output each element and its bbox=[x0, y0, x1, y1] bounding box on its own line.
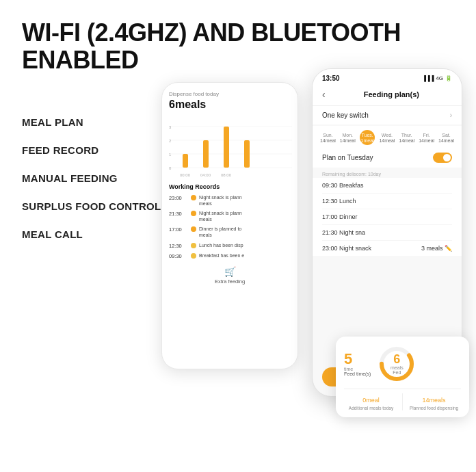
plan-toggle[interactable] bbox=[433, 153, 452, 163]
record-item: 12:30 Lunch has been disp bbox=[169, 242, 291, 249]
day-mon[interactable]: Mon. 14meal bbox=[340, 130, 355, 145]
record-item: 09:30 Breakfast has been e bbox=[169, 252, 291, 259]
feed-times-label: time bbox=[344, 367, 353, 371]
meal-item-night-snack-1[interactable]: 21:30 Night sna bbox=[322, 225, 452, 241]
last-meal-row[interactable]: 23:00 Night snack 3 meals ✏️ bbox=[313, 241, 462, 256]
stat-additional-meals: 0meal Additional meals today bbox=[344, 393, 398, 410]
record-dot bbox=[191, 253, 196, 259]
one-key-label: One key switch bbox=[322, 112, 369, 119]
stats-bottom: 0meal Additional meals today 14meals Pla… bbox=[344, 389, 461, 410]
svg-rect-9 bbox=[203, 140, 209, 168]
donut-chart: 6 meals Fed bbox=[376, 343, 417, 384]
remaining-label: Remaining deliscom: 10day bbox=[313, 169, 462, 178]
svg-text:1: 1 bbox=[169, 153, 172, 157]
days-row: Sun. 14meal Mon. 14meal Tues. 1meal Wed. bbox=[313, 126, 462, 148]
chart-area: 0 1 2 3 00:00 04:00 08:00 bbox=[169, 116, 291, 178]
day-sun[interactable]: Sun. 14meal bbox=[320, 130, 335, 145]
record-item: 17:00 Dinner is planned tomeals bbox=[169, 226, 291, 238]
status-icons: ▐▐▐ 4G 🔋 bbox=[422, 75, 452, 81]
record-dot bbox=[191, 211, 196, 216]
feature-feed-record: FEED RECORD bbox=[22, 144, 161, 156]
one-key-switch-row[interactable]: One key switch › bbox=[313, 106, 462, 124]
phones-container: Dispense food today 6meals 0 1 2 3 bbox=[161, 68, 462, 451]
plan-tuesday-row: Plan on Tuesday bbox=[313, 148, 462, 168]
feed-times-block: 5 time Feed time(s) bbox=[344, 352, 371, 376]
svg-text:0: 0 bbox=[169, 166, 172, 170]
day-wed[interactable]: Wed. 14meal bbox=[380, 130, 395, 145]
dispense-count: 6meals bbox=[169, 99, 291, 111]
svg-rect-10 bbox=[224, 127, 229, 168]
battery-icon: 🔋 bbox=[445, 75, 452, 81]
svg-text:08:00: 08:00 bbox=[221, 173, 232, 177]
extra-feeding: 🛒 Extra feeding bbox=[169, 266, 291, 285]
phone-back: Dispense food today 6meals 0 1 2 3 bbox=[161, 82, 298, 369]
record-dot bbox=[191, 243, 196, 248]
stat-left-num: 0meal bbox=[362, 393, 380, 404]
meal-item-lunch[interactable]: 12:30 Lunch bbox=[322, 194, 452, 209]
meal-item-breakfast[interactable]: 09:30 Breakfas bbox=[322, 178, 452, 194]
svg-text:2: 2 bbox=[169, 139, 172, 143]
phone-nav: ‹ Feeding plan(s) bbox=[313, 85, 462, 106]
day-thu[interactable]: Thur. 14meal bbox=[399, 130, 414, 145]
record-item: 23:00 Night snack is plannmeals bbox=[169, 194, 291, 207]
plan-tuesday-label: Plan on Tuesday bbox=[322, 154, 373, 161]
meal-list: 09:30 Breakfas 12:30 Lunch 17:00 Dinner … bbox=[313, 178, 462, 241]
record-dot bbox=[191, 226, 196, 232]
donut-center: 6 meals Fed bbox=[391, 353, 404, 375]
svg-rect-8 bbox=[183, 154, 188, 168]
stat-right-label: Planned food dispensing bbox=[410, 406, 458, 410]
feed-times-num: 5 bbox=[344, 352, 352, 367]
stat-right-num: 14meals bbox=[422, 393, 445, 404]
donut-sublabel: Fed bbox=[391, 370, 404, 375]
page-title: WI-FI (2.4GHZ) AND BLUETOOTH ENABLED bbox=[22, 19, 454, 73]
feed-times-sub: Feed time(s) bbox=[344, 371, 371, 376]
svg-text:04:00: 04:00 bbox=[200, 173, 211, 177]
day-fri[interactable]: Fri. 14meal bbox=[419, 130, 434, 145]
svg-rect-11 bbox=[244, 140, 250, 168]
stats-top: 5 time Feed time(s) 6 meals Fed bbox=[344, 343, 461, 384]
stats-card: 5 time Feed time(s) 6 meals Fed bbox=[336, 337, 469, 417]
features-list: MEAL PLAN FEED RECORD MANUAL FEEDING SUR… bbox=[22, 116, 161, 240]
svg-text:3: 3 bbox=[169, 125, 172, 129]
record-item: 21:30 Night snack is plannmeals bbox=[169, 210, 291, 222]
status-bar: 13:50 ▐▐▐ 4G 🔋 bbox=[313, 69, 462, 85]
feature-surplus-food: SURPLUS FOOD CONTROL bbox=[22, 200, 161, 212]
donut-num: 6 bbox=[391, 353, 404, 365]
day-tue[interactable]: Tues. 1meal bbox=[360, 130, 375, 145]
meal-item-dinner[interactable]: 17:00 Dinner bbox=[322, 209, 452, 225]
chevron-right-icon: › bbox=[450, 112, 452, 119]
feature-meal-plan: MEAL PLAN bbox=[22, 116, 161, 128]
donut-label: meals bbox=[391, 365, 404, 370]
feature-manual-feeding: MANUAL FEEDING bbox=[22, 172, 161, 184]
record-dot bbox=[191, 195, 196, 200]
signal-icon: ▐▐▐ bbox=[422, 75, 434, 81]
working-records-title: Working Records bbox=[169, 183, 291, 190]
nav-title: Feeding plan(s) bbox=[331, 90, 452, 99]
back-button[interactable]: ‹ bbox=[322, 89, 326, 100]
svg-text:00:00: 00:00 bbox=[180, 173, 191, 177]
stat-divider bbox=[402, 393, 403, 410]
day-sat[interactable]: Sat. 14meal bbox=[438, 130, 453, 145]
feature-meal-call: MEAL CALL bbox=[22, 228, 161, 240]
dispense-label: Dispense food today bbox=[169, 91, 291, 97]
stat-left-label: Additional meals today bbox=[349, 406, 393, 410]
stat-planned-meals: 14meals Planned food dispensing bbox=[407, 393, 461, 410]
status-time: 13:50 bbox=[322, 75, 340, 82]
